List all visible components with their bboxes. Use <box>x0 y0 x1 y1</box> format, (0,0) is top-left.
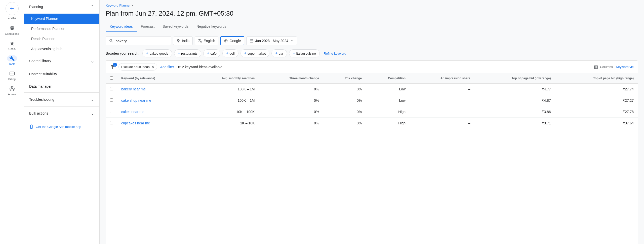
bulk-actions-chevron: ⌄ <box>91 111 94 116</box>
keyword-link-0[interactable]: bakery near me <box>121 87 146 91</box>
sidebar-label-campaigns: Campaigns <box>5 32 19 35</box>
nav-keyword-planner[interactable]: Keyword Planner <box>24 14 99 24</box>
broaden-plus-2: + <box>207 51 209 56</box>
billing-icon <box>9 71 15 76</box>
row-avg-monthly-1: 100K – 1M <box>189 95 259 106</box>
data-manager-header[interactable]: Data manager <box>24 80 99 92</box>
broaden-label: Broaden your search: <box>106 51 139 55</box>
broaden-text-2: cafe <box>210 52 217 55</box>
google-icon <box>224 39 228 43</box>
broaden-chip-1[interactable]: + restaurants <box>174 49 201 57</box>
row-checkbox-input-3[interactable] <box>110 121 113 124</box>
table-row: cupcakes near me 1K – 10K 0% 0% High – ₹… <box>106 118 638 129</box>
select-all-checkbox[interactable] <box>110 76 113 80</box>
search-input[interactable] <box>115 39 161 43</box>
tab-saved-keywords[interactable]: Saved keywords <box>158 21 192 32</box>
header-ad-impression[interactable]: Ad impression share <box>410 73 474 84</box>
header-top-bid-high[interactable]: Top of page bid (high range) <box>555 73 638 84</box>
broaden-chip-2[interactable]: + cafe <box>203 49 220 57</box>
row-three-month-1: 0% <box>259 95 323 106</box>
broaden-chip-4[interactable]: + supermarket <box>240 49 270 57</box>
row-top-bid-high-0: ₹27.74 <box>555 84 638 95</box>
language-filter[interactable]: English <box>195 37 218 45</box>
row-yoy-3: 0% <box>323 118 366 129</box>
row-checkbox-input-2[interactable] <box>110 110 113 113</box>
table-scroll[interactable]: Keyword (by relevance) Avg. monthly sear… <box>106 73 638 244</box>
broaden-search-row: Broaden your search: + baked goods + res… <box>100 49 644 60</box>
location-filter[interactable]: India <box>173 37 193 45</box>
tab-keyword-ideas[interactable]: Keyword ideas <box>106 21 137 32</box>
shared-library-section: Shared library ⌄ <box>24 54 99 68</box>
filter-close-icon[interactable]: ✕ <box>151 64 154 69</box>
shared-library-header[interactable]: Shared library ⌄ <box>24 54 99 68</box>
sidebar-item-campaigns[interactable]: Campaigns <box>2 23 22 37</box>
nav-performance-planner[interactable]: Performance Planner <box>24 24 99 34</box>
mobile-app-link[interactable]: Get the Google Ads mobile app <box>24 120 99 133</box>
create-label: Create <box>8 16 16 19</box>
add-filter-button[interactable]: Add filter <box>160 65 174 69</box>
header-keyword[interactable]: Keyword (by relevance) <box>117 73 189 84</box>
sidebar-item-billing[interactable]: Billing <box>2 68 22 83</box>
row-keyword-0: bakery near me <box>117 84 189 95</box>
campaigns-icon <box>9 25 15 31</box>
nav-reach-planner[interactable]: Reach Planner <box>24 34 99 44</box>
row-top-bid-high-3: ₹37.64 <box>555 118 638 129</box>
row-competition-3: High <box>366 118 410 129</box>
row-checkbox-input-1[interactable] <box>110 98 113 102</box>
header-three-month[interactable]: Three month change <box>259 73 323 84</box>
breadcrumb[interactable]: Keyword Planner › <box>100 0 644 8</box>
bulk-actions-header[interactable]: Bulk actions ⌄ <box>24 107 99 120</box>
shared-library-title: Shared library <box>29 59 51 63</box>
network-filter[interactable]: Google <box>220 36 244 45</box>
search-box[interactable] <box>106 36 171 45</box>
keyword-view-button[interactable]: Keyword vie <box>616 65 634 69</box>
broaden-chip-6[interactable]: + italian cuisine <box>289 49 319 57</box>
table-toolbar: 1 Exclude adult ideas ✕ Add filter 612 k… <box>106 61 638 73</box>
header-checkbox-cell <box>106 73 117 84</box>
planning-title: Planning <box>29 5 43 9</box>
header-competition[interactable]: Competition <box>366 73 410 84</box>
broaden-plus-0: + <box>146 51 148 56</box>
sidebar-item-goals[interactable]: Goals <box>2 38 22 52</box>
content-suitability-header[interactable]: Content suitability <box>24 68 99 80</box>
sidebar-item-admin[interactable]: Admin <box>2 84 22 98</box>
tab-forecast[interactable]: Forecast <box>137 21 158 32</box>
active-filter-chip: Exclude adult ideas ✕ <box>118 63 157 71</box>
columns-button[interactable]: Columns <box>593 64 613 69</box>
keyword-link-2[interactable]: cakes near me <box>121 110 144 114</box>
table-area: 1 Exclude adult ideas ✕ Add filter 612 k… <box>106 60 638 244</box>
nav-app-hub[interactable]: App advertising hub <box>24 44 99 54</box>
header-avg-monthly[interactable]: Avg. monthly searches <box>189 73 259 84</box>
date-filter[interactable]: Jun 2023 - May 2024 <box>246 37 297 45</box>
goals-icon <box>9 41 15 46</box>
keyword-link-1[interactable]: cake shop near me <box>121 98 151 102</box>
broaden-text-3: deli <box>229 52 234 55</box>
breadcrumb-text: Keyword Planner <box>106 4 131 7</box>
broaden-chip-3[interactable]: + deli <box>222 49 238 57</box>
broaden-chip-0[interactable]: + baked goods <box>142 49 172 57</box>
refine-keyword-link[interactable]: Refine keyword <box>324 52 346 55</box>
tab-negative-keywords[interactable]: Negative keywords <box>192 21 230 32</box>
row-top-bid-low-0: ₹4.77 <box>474 84 555 95</box>
header-yoy[interactable]: YoY change <box>323 73 366 84</box>
row-keyword-3: cupcakes near me <box>117 118 189 129</box>
create-button[interactable]: + <box>6 2 19 15</box>
svg-rect-7 <box>250 40 253 42</box>
svg-point-5 <box>31 128 32 128</box>
row-top-bid-low-1: ₹4.87 <box>474 95 555 106</box>
planning-section-header[interactable]: Planning ⌃ <box>24 0 99 14</box>
sidebar-item-tools[interactable]: Tools <box>2 53 22 67</box>
row-yoy-1: 0% <box>323 95 366 106</box>
columns-label: Columns <box>600 65 613 69</box>
header-top-bid-low[interactable]: Top of page bid (low range) <box>474 73 555 84</box>
broaden-chip-5[interactable]: + bar <box>271 49 287 57</box>
filter-badge: 1 <box>113 63 117 67</box>
svg-rect-1 <box>10 72 14 75</box>
row-top-bid-high-2: ₹27.78 <box>555 106 638 118</box>
keyword-link-3[interactable]: cupcakes near me <box>121 121 150 125</box>
active-filter-label: Exclude adult ideas <box>121 65 150 69</box>
troubleshooting-header[interactable]: Troubleshooting ⌄ <box>24 93 99 106</box>
keyword-count: 612 keyword ideas available <box>178 65 222 69</box>
row-checkbox-input-0[interactable] <box>110 87 113 90</box>
filter-icon-button[interactable]: 1 <box>110 64 115 70</box>
